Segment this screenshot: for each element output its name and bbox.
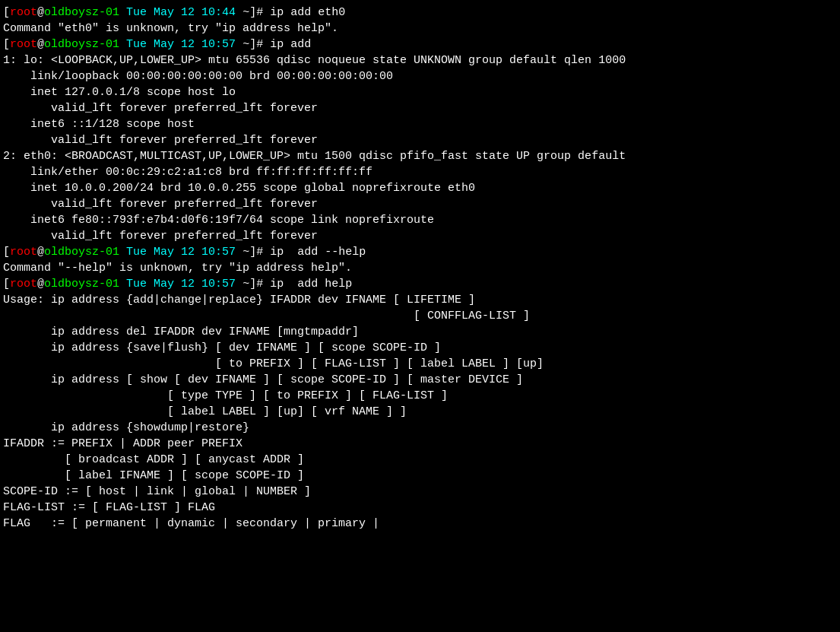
line-27: ip address {showdump|restore}: [3, 420, 837, 436]
line-15: valid_lft forever preferred_lft forever: [3, 228, 837, 244]
line-32: FLAG-LIST := [ FLAG-LIST ] FLAG: [3, 500, 837, 516]
line-29: [ broadcast ADDR ] [ anycast ADDR ]: [3, 452, 837, 468]
line-1: [root@oldboysz-01 Tue May 12 10:44 ~]# i…: [3, 5, 837, 21]
line-5: link/loopback 00:00:00:00:00:00 brd 00:0…: [3, 68, 837, 84]
line-30: [ label IFNAME ] [ scope SCOPE-ID ]: [3, 468, 837, 484]
line-18: [root@oldboysz-01 Tue May 12 10:57 ~]# i…: [3, 276, 837, 292]
line-11: link/ether 00:0c:29:c2:a1:c8 brd ff:ff:f…: [3, 164, 837, 180]
line-9: valid_lft forever preferred_lft forever: [3, 132, 837, 148]
line-3: [root@oldboysz-01 Tue May 12 10:57 ~]# i…: [3, 37, 837, 52]
line-24: ip address [ show [ dev IFNAME ] [ scope…: [3, 372, 837, 388]
line-28: IFADDR := PREFIX | ADDR peer PREFIX: [3, 436, 837, 452]
line-22: ip address {save|flush} [ dev IFNAME ] […: [3, 340, 837, 356]
line-7: valid_lft forever preferred_lft forever: [3, 100, 837, 116]
line-26: [ label LABEL ] [up] [ vrf NAME ] ]: [3, 404, 837, 420]
line-16: [root@oldboysz-01 Tue May 12 10:57 ~]# i…: [3, 244, 837, 260]
line-25: [ type TYPE ] [ to PREFIX ] [ FLAG-LIST …: [3, 388, 837, 404]
line-12: inet 10.0.0.200/24 brd 10.0.0.255 scope …: [3, 180, 837, 196]
line-21: ip address del IFADDR dev IFNAME [mngtmp…: [3, 324, 837, 340]
terminal: [root@oldboysz-01 Tue May 12 10:44 ~]# i…: [3, 5, 837, 532]
line-13: valid_lft forever preferred_lft forever: [3, 196, 837, 212]
line-4: 1: lo: <LOOPBACK,UP,LOWER_UP> mtu 65536 …: [3, 52, 837, 68]
line-14: inet6 fe80::793f:e7b4:d0f6:19f7/64 scope…: [3, 212, 837, 228]
line-23: [ to PREFIX ] [ FLAG-LIST ] [ label LABE…: [3, 356, 837, 372]
line-19: Usage: ip address {add|change|replace} I…: [3, 292, 837, 308]
line-20: [ CONFFLAG-LIST ]: [3, 308, 837, 324]
line-8: inet6 ::1/128 scope host: [3, 116, 837, 132]
line-2: Command "eth0" is unknown, try "ip addre…: [3, 21, 837, 37]
line-6: inet 127.0.0.1/8 scope host lo: [3, 84, 837, 100]
line-17: Command "--help" is unknown, try "ip add…: [3, 260, 837, 276]
line-31: SCOPE-ID := [ host | link | global | NUM…: [3, 484, 837, 500]
line-10: 2: eth0: <BROADCAST,MULTICAST,UP,LOWER_U…: [3, 148, 837, 164]
line-33: FLAG := [ permanent | dynamic | secondar…: [3, 516, 837, 532]
